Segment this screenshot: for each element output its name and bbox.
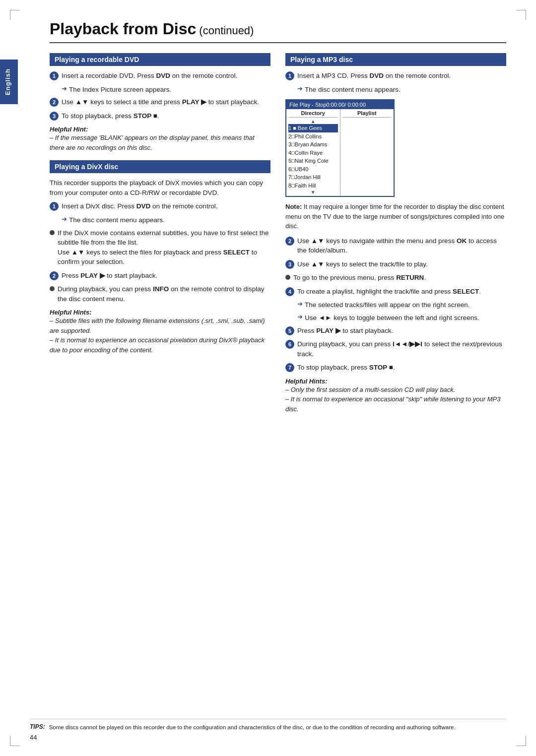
screen-item: 3□Bryan Adams xyxy=(288,140,338,149)
helpful-hints-mp3: Helpful Hints: – Only the first session … xyxy=(285,378,506,414)
scroll-down-icon: ▼ xyxy=(288,189,338,195)
list-item: 3 Use ▲▼ keys to select the track/file t… xyxy=(285,259,506,269)
step-text: Use ▲▼ keys to select a title and press … xyxy=(62,97,259,107)
bullet-icon xyxy=(50,286,55,291)
hint-title: Helpful Hints: xyxy=(285,378,506,385)
step-number-2: 2 xyxy=(285,237,294,246)
step-text: Press PLAY ▶ to start playback. xyxy=(297,326,393,336)
section-header-recordable-dvd: Playing a recordable DVD xyxy=(50,53,270,66)
list-item: 1 Insert a MP3 CD. Press DVD on the remo… xyxy=(285,71,506,81)
step-text: To create a playlist, highlight the trac… xyxy=(297,287,481,297)
hint-text-2: – It is normal to experience an occasion… xyxy=(50,335,270,355)
step-number-2: 2 xyxy=(50,98,59,107)
section-mp3-disc: Playing a MP3 disc 1 Insert a MP3 CD. Pr… xyxy=(285,53,506,414)
page-number: 44 xyxy=(30,734,37,741)
hint-title: Helpful Hint: xyxy=(50,126,270,133)
arrow-icon: ➔ xyxy=(297,300,303,308)
step-text: If the DivX movie contains external subt… xyxy=(58,228,270,267)
arrow-text: The Index Picture screen appears. xyxy=(69,85,171,95)
step-number-1: 1 xyxy=(50,71,59,80)
step-text: Insert a DivX disc. Press DVD on the rem… xyxy=(62,201,217,211)
list-item: 7 To stop playback, press STOP ■. xyxy=(285,363,506,373)
step-text: Insert a MP3 CD. Press DVD on the remote… xyxy=(297,71,451,81)
bullet-icon xyxy=(285,275,290,280)
arrow-icon: ➔ xyxy=(297,85,303,92)
step-number-2: 2 xyxy=(50,271,59,280)
screen-item: 4□Collin Raye xyxy=(288,149,338,157)
step-number-1: 1 xyxy=(50,202,59,211)
tips-label: TIPS: xyxy=(30,723,45,731)
list-item: 1 Insert a DivX disc. Press DVD on the r… xyxy=(50,201,270,211)
screen-col-header-directory: Directory xyxy=(288,110,338,118)
right-column: Playing a MP3 disc 1 Insert a MP3 CD. Pr… xyxy=(285,53,506,422)
arrow-text: The disc content menu appears. xyxy=(69,215,165,225)
arrow-text: The disc content menu appears. xyxy=(305,85,401,95)
list-item: 5 Press PLAY ▶ to start playback. xyxy=(285,326,506,336)
list-item: 1 Insert a recordable DVD. Press DVD on … xyxy=(50,71,270,81)
hint-text-1: – Only the first session of a multi-sess… xyxy=(285,385,506,395)
list-item: If the DivX movie contains external subt… xyxy=(50,228,270,267)
screen-header: File Play - Stop0:00:00/ 0:00:00 xyxy=(286,100,394,109)
step-text: Press PLAY ▶ to start playback. xyxy=(62,271,157,281)
step-number-4: 4 xyxy=(285,287,294,296)
arrow-text: Use ◄► keys to toggle between the left a… xyxy=(305,313,479,323)
step-text: To stop playback, press STOP ■. xyxy=(62,111,159,121)
step-text: To stop playback, press STOP ■. xyxy=(297,363,395,373)
note-block: Note: It may require a longer time for t… xyxy=(285,202,506,231)
arrow-item: ➔ The disc content menu appears. xyxy=(285,85,506,95)
screen-col-playlist: Playlist xyxy=(340,109,394,196)
arrow-item: ➔ The selected tracks/files will appear … xyxy=(285,300,506,310)
note-label: Note: xyxy=(285,203,302,210)
screen-item: 2□Phil Collins xyxy=(288,132,338,141)
screen-item: 7□Jordan Hill xyxy=(288,173,338,182)
hint-text-1: – Subtitle files with the following file… xyxy=(50,316,270,335)
screen-mockup: File Play - Stop0:00:00/ 0:00:00 Directo… xyxy=(285,99,395,197)
screen-col-header-playlist: Playlist xyxy=(342,110,392,118)
arrow-text: The selected tracks/files will appear on… xyxy=(305,300,469,310)
helpful-hint: Helpful Hint: – If the message 'BLANK' a… xyxy=(50,126,270,152)
step-text: To go to the previous menu, press RETURN… xyxy=(293,273,426,283)
step-text: During playback, you can press INFO on t… xyxy=(58,284,270,304)
list-item: During playback, you can press INFO on t… xyxy=(50,284,270,304)
title-main: Playback from Disc xyxy=(50,20,196,38)
screen-item: 6□UB40 xyxy=(288,165,338,174)
step-number-1: 1 xyxy=(285,71,294,80)
section-header-divx: Playing a DivX disc xyxy=(50,160,270,173)
bullet-icon xyxy=(50,230,55,235)
title-continued: (continued) xyxy=(196,24,254,37)
section-recordable-dvd: Playing a recordable DVD 1 Insert a reco… xyxy=(50,53,270,152)
list-item: 3 To stop playback, press STOP ■. xyxy=(50,111,270,121)
arrow-item: ➔ The Index Picture screen appears. xyxy=(50,85,270,95)
step-text: Use ▲▼ keys to select the track/file to … xyxy=(297,259,428,269)
page-title: Playback from Disc (continued) xyxy=(50,20,506,43)
scroll-up-icon: ▲ xyxy=(288,119,338,124)
step-number-6: 6 xyxy=(285,340,294,349)
tips-text: Some discs cannot be played on this reco… xyxy=(49,723,456,731)
section-divx-disc: Playing a DivX disc This recorder suppor… xyxy=(50,160,270,355)
list-item: 2 Use ▲▼ keys to select a title and pres… xyxy=(50,97,270,107)
list-item: To go to the previous menu, press RETURN… xyxy=(285,273,506,283)
step-text: During playback, you can press I◄◄/▶▶I t… xyxy=(297,339,506,359)
arrow-item: ➔ Use ◄► keys to toggle between the left… xyxy=(285,313,506,323)
list-item: 2 Press PLAY ▶ to start playback. xyxy=(50,271,270,281)
arrow-item: ➔ The disc content menu appears. xyxy=(50,215,270,225)
list-item: 2 Use ▲▼ keys to navigate within the men… xyxy=(285,236,506,255)
screen-col-directory: Directory ▲ 1 ■ Bee Gees 2□Phil Collins … xyxy=(286,109,340,196)
step-number-7: 7 xyxy=(285,363,294,372)
list-item: 4 To create a playlist, highlight the tr… xyxy=(285,287,506,297)
step-text: Insert a recordable DVD. Press DVD on th… xyxy=(62,71,237,81)
step-number-5: 5 xyxy=(285,326,294,335)
step-number-3: 3 xyxy=(285,260,294,269)
tips-footer: TIPS: Some discs cannot be played on thi… xyxy=(30,719,506,731)
list-item: 6 During playback, you can press I◄◄/▶▶I… xyxy=(285,339,506,359)
divx-intro: This recorder supports the playback of D… xyxy=(50,178,270,197)
screen-item: 1 ■ Bee Gees xyxy=(288,124,338,132)
step-text: Use ▲▼ keys to navigate within the menu … xyxy=(297,236,506,255)
helpful-hints-divx: Helpful Hints: – Subtitle files with the… xyxy=(50,309,270,355)
hint-text-2: – It is normal to experience an occasion… xyxy=(285,394,506,414)
left-column: Playing a recordable DVD 1 Insert a reco… xyxy=(50,53,270,422)
arrow-icon: ➔ xyxy=(62,85,67,92)
section-header-mp3: Playing a MP3 disc xyxy=(285,53,506,66)
arrow-icon: ➔ xyxy=(62,215,67,223)
hint-text: – If the message 'BLANK' appears on the … xyxy=(50,133,270,152)
